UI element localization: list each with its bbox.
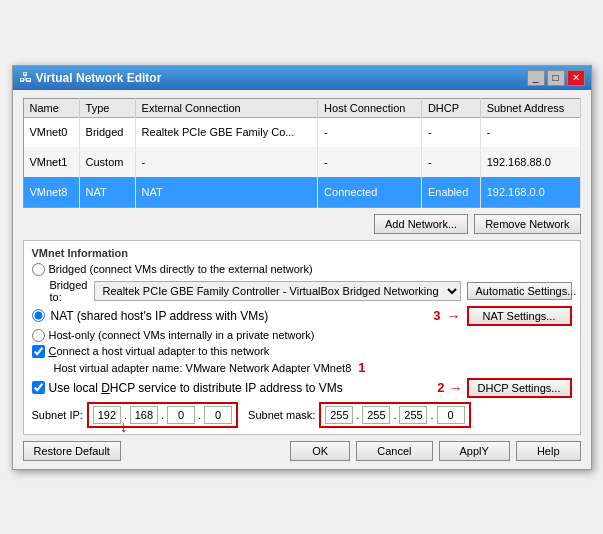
arrow-icon-3: → (447, 308, 461, 324)
network-table: Name Type External Connection Host Conne… (23, 98, 581, 208)
subnet-mask-2[interactable] (362, 406, 390, 424)
col-external: External Connection (135, 98, 318, 117)
down-arrow-icon: ↓ (120, 418, 128, 436)
title-bar-left: 🖧 Virtual Network Editor (19, 70, 162, 85)
col-type: Type (79, 98, 135, 117)
bridged-option-row: Bridged (connect VMs directly to the ext… (32, 263, 572, 276)
subnet-mask-label: Subnet mask: (248, 409, 315, 421)
subnet-ip-3[interactable] (167, 406, 195, 424)
col-host: Host Connection (318, 98, 422, 117)
arrow-icon-2: → (449, 380, 463, 396)
nat-radio[interactable] (32, 309, 45, 322)
auto-settings-button[interactable]: Automatic Settings... (467, 282, 572, 300)
window-title: Virtual Network Editor (36, 71, 162, 85)
bridged-to-row: Bridged to: Realtek PCIe GBE Family Cont… (50, 279, 572, 303)
vmnet-info-title: VMnet Information (32, 247, 572, 259)
subnet-mask-3[interactable] (399, 406, 427, 424)
help-button[interactable]: Help (516, 441, 581, 461)
table-body: VMnet0 Bridged Realtek PCIe GBE Family C… (23, 117, 580, 207)
adapter-name-row: Host virtual adapter name: VMware Networ… (54, 360, 572, 375)
close-button[interactable]: ✕ (567, 70, 585, 86)
connect-adapter-label: Connect a host virtual adapter to this n… (49, 345, 270, 357)
vmnet-info-section: VMnet Information Bridged (connect VMs d… (23, 240, 581, 435)
connect-adapter-row: Connect a host virtual adapter to this n… (32, 345, 572, 358)
ok-button[interactable]: OK (290, 441, 350, 461)
nat-settings-button[interactable]: NAT Settings... (467, 306, 572, 326)
bottom-right-buttons: OK Cancel ApplY Help (290, 441, 580, 461)
window-icon: 🖧 (19, 70, 32, 85)
title-bar: 🖧 Virtual Network Editor _ □ ✕ (13, 66, 591, 90)
bridged-label: Bridged (connect VMs directly to the ext… (49, 263, 313, 275)
table-row[interactable]: VMnet0 Bridged Realtek PCIe GBE Family C… (23, 117, 580, 147)
subnet-mask-4[interactable] (437, 406, 465, 424)
subnet-row: Subnet IP: . . . Subnet mask: . . (32, 402, 572, 428)
subnet-ip-4[interactable] (204, 406, 232, 424)
subnet-ip-1[interactable] (93, 406, 121, 424)
bottom-buttons: Restore Default OK Cancel ApplY Help (23, 441, 581, 461)
hostonly-option-row: Host-only (connect VMs internally in a p… (32, 329, 572, 342)
dhcp-checkbox[interactable] (32, 381, 45, 394)
adapter-name-text: Host virtual adapter name: VMware Networ… (54, 362, 352, 374)
dhcp-label: Use local DHCP service to distribute IP … (49, 381, 343, 395)
bridged-to-label: Bridged to: (50, 279, 88, 303)
add-network-button[interactable]: Add Network... (374, 214, 468, 234)
nat-option-row: NAT (shared host's IP address with VMs) … (32, 306, 572, 326)
table-buttons: Add Network... Remove Network (23, 214, 581, 234)
restore-default-button[interactable]: Restore Default (23, 441, 121, 461)
nat-label: NAT (shared host's IP address with VMs) (51, 309, 269, 323)
minimize-button[interactable]: _ (527, 70, 545, 86)
table-header: Name Type External Connection Host Conne… (23, 98, 580, 117)
col-name: Name (23, 98, 79, 117)
hostonly-radio[interactable] (32, 329, 45, 342)
subnet-mask-1[interactable] (325, 406, 353, 424)
maximize-button[interactable]: □ (547, 70, 565, 86)
subnet-ip-box: . . . (87, 402, 238, 428)
col-subnet: Subnet Address (480, 98, 580, 117)
dhcp-checkbox-group: Use local DHCP service to distribute IP … (32, 381, 343, 395)
virtual-network-editor-window: 🖧 Virtual Network Editor _ □ ✕ Name Type… (12, 65, 592, 470)
bridged-select[interactable]: Realtek PCIe GBE Family Controller - Vir… (94, 281, 461, 301)
title-controls: _ □ ✕ (527, 70, 585, 86)
subnet-ip-2[interactable] (130, 406, 158, 424)
table-row[interactable]: VMnet1 Custom - - - 192.168.88.0 (23, 147, 580, 176)
dhcp-settings-group: 2 → DHCP Settings... (437, 378, 571, 398)
subnet-mask-box: . . . (319, 402, 470, 428)
dhcp-row-wrapper: Use local DHCP service to distribute IP … (32, 378, 572, 398)
dhcp-settings-button[interactable]: DHCP Settings... (467, 378, 572, 398)
subnet-ip-label: Subnet IP: (32, 409, 83, 421)
annotation-3: 3 (433, 308, 440, 323)
cancel-button[interactable]: Cancel (356, 441, 432, 461)
annotation-2: 2 (437, 380, 444, 395)
connect-adapter-checkbox[interactable] (32, 345, 45, 358)
col-dhcp: DHCP (421, 98, 480, 117)
bridged-radio[interactable] (32, 263, 45, 276)
table-row-selected[interactable]: VMnet8 NAT NAT Connected Enabled 192.168… (23, 177, 580, 207)
remove-network-button[interactable]: Remove Network (474, 214, 580, 234)
annotation-1: 1 (358, 360, 365, 375)
main-content: Name Type External Connection Host Conne… (13, 90, 591, 469)
apply-button[interactable]: ApplY (439, 441, 510, 461)
hostonly-label: Host-only (connect VMs internally in a p… (49, 329, 315, 341)
